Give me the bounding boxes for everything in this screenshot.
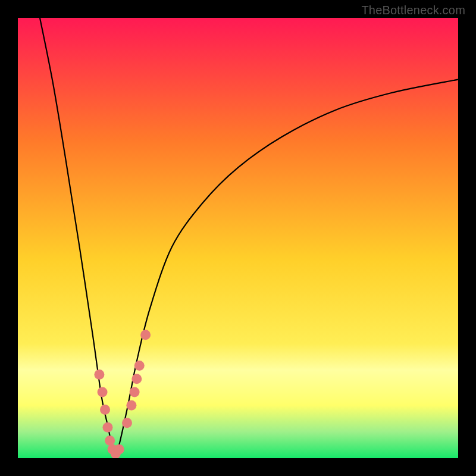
chart-frame: TheBottleneck.com bbox=[0, 0, 476, 476]
data-point bbox=[94, 369, 104, 380]
bottleneck-curve bbox=[18, 18, 458, 458]
data-point bbox=[130, 387, 140, 397]
data-point bbox=[140, 330, 151, 340]
data-point bbox=[114, 444, 124, 455]
data-point bbox=[102, 422, 112, 433]
data-point bbox=[98, 387, 108, 397]
watermark-text: TheBottleneck.com bbox=[361, 4, 465, 17]
data-point bbox=[134, 361, 145, 371]
data-point bbox=[122, 418, 132, 428]
data-point bbox=[105, 436, 115, 446]
data-point bbox=[100, 405, 110, 415]
data-point bbox=[126, 400, 136, 411]
plot-area bbox=[18, 18, 458, 458]
data-point bbox=[131, 374, 142, 384]
